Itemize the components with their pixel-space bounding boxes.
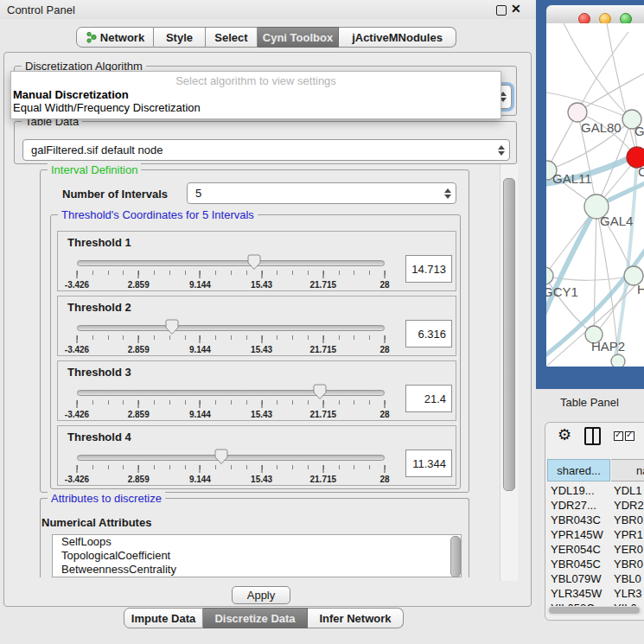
tab-discretize-data[interactable]: Discretize Data [203, 608, 308, 628]
tick-label: 2.859 [128, 475, 150, 484]
tab-infer-network[interactable]: Infer Network [308, 608, 404, 628]
tab-impute-data[interactable]: Impute Data [124, 608, 203, 628]
table-cell[interactable]: YBR043C [551, 513, 601, 527]
numerical-attributes-list[interactable]: SelfLoops TopologicalCoefficient Between… [52, 534, 462, 577]
tab-style[interactable]: Style [154, 27, 206, 48]
table-cell[interactable]: YBR045C [551, 557, 601, 571]
slider-track[interactable] [77, 390, 385, 396]
table-cell[interactable]: YDR27... [551, 498, 596, 513]
number-of-intervals-combobox[interactable]: 5 [187, 182, 456, 204]
node-label-gal11: GAL11 [552, 171, 592, 186]
combo-arrows-icon [498, 145, 505, 156]
combo-arrows-icon [444, 188, 451, 199]
checkbox-icon[interactable] [625, 431, 634, 441]
tab-network[interactable]: Network [76, 27, 154, 48]
network-window-titlebar[interactable] [546, 5, 644, 24]
dropdown-option-equal-width[interactable]: Equal Width/Frequency Discretization [11, 101, 501, 114]
apply-button[interactable]: Apply [232, 586, 290, 604]
threshold-1-slider[interactable]: -3.426 2.859 9.144 15.43 21.715 28 [77, 232, 385, 292]
threshold-3-value-field[interactable]: 21.4 [405, 385, 452, 412]
tick-label: 15.43 [251, 345, 272, 354]
threshold-4-slider[interactable]: -3.426 2.859 9.144 15.43 21.715 28 [77, 426, 385, 487]
list-item[interactable]: TopologicalCoefficient [53, 549, 461, 563]
node-label-partial: H [637, 282, 644, 296]
table-cell[interactable]: YBL0 [614, 571, 641, 586]
tick-label: 2.859 [128, 410, 150, 419]
node-label-gal4: GAL4 [600, 214, 633, 228]
table-cell[interactable]: YBR0 [614, 513, 643, 527]
number-of-intervals-value: 5 [195, 187, 201, 200]
table-cell[interactable]: YLR3 [614, 586, 642, 601]
tick-label: 28 [379, 280, 389, 290]
threshold-3-row: Threshold 3 -3.426 2.859 9.144 15.43 21.… [57, 360, 456, 421]
table-panel-header: Table Panel [536, 389, 644, 417]
node-label-gcy1: GCY1 [546, 284, 578, 299]
panel-scrollbar-thumb[interactable] [503, 178, 515, 491]
list-item[interactable]: SelfLoops [53, 535, 461, 549]
slider-track[interactable] [77, 325, 385, 331]
attributes-group-title: Attributes to discretize [48, 492, 165, 505]
node-label-gal80: GAL80 [581, 120, 622, 135]
table-cell[interactable]: YDR2 [614, 498, 644, 513]
network-canvas[interactable]: GAL80 GA C GAL11 GAL4 GCY1 H HAP2 [546, 23, 644, 367]
threshold-2-slider[interactable]: -3.426 2.859 9.144 15.43 21.715 28 [77, 296, 385, 357]
column-header-shared-name[interactable]: shared... [547, 459, 610, 481]
control-panel-title: Control Panel [7, 3, 75, 16]
table-cell[interactable]: YBL079W [551, 571, 602, 586]
tab-cyni-toolbox[interactable]: Cyni Toolbox [258, 27, 339, 48]
tab-infer-network-label: Infer Network [319, 612, 391, 625]
network-icon [86, 29, 97, 50]
table-data-selected-value: galFiltered.sif default node [31, 143, 163, 156]
table-hscrollbar-thumb[interactable] [549, 607, 640, 614]
table-cell[interactable]: YER054C [551, 542, 601, 557]
tick-label: 2.859 [128, 345, 150, 354]
node-gcy1[interactable] [546, 267, 553, 284]
tick-label: 9.144 [189, 410, 211, 419]
control-panel-titlebar [0, 0, 536, 19]
tab-select[interactable]: Select [206, 27, 258, 48]
table-cell[interactable]: YER0 [614, 542, 643, 557]
slider-thumb[interactable] [165, 319, 179, 335]
checkbox-icon[interactable] [614, 431, 623, 441]
tick-label: 28 [379, 345, 389, 354]
threshold-2-value-field[interactable]: 6.316 [405, 320, 452, 348]
table-cell[interactable]: YPR145W [551, 527, 603, 542]
threshold-4-row: Threshold 4 -3.426 2.859 9.144 15.43 21.… [57, 425, 456, 486]
table-data-combobox[interactable]: galFiltered.sif default node [22, 139, 510, 161]
list-item[interactable]: BetweennessCentrality [53, 563, 461, 577]
network-graph: GAL80 GA C GAL11 GAL4 GCY1 H HAP2 [546, 23, 644, 367]
table-cell[interactable]: YPR1 [614, 527, 643, 542]
table-cell[interactable]: YDL1 [614, 483, 642, 498]
gear-icon[interactable]: ⚙ [558, 425, 571, 444]
thresholds-group-title: Threshold's Coordinates for 5 Intervals [58, 208, 258, 221]
table-cell[interactable]: YDL19... [551, 483, 595, 498]
table-cell[interactable]: YLR345W [551, 586, 602, 601]
slider-thumb[interactable] [247, 254, 261, 271]
tab-network-label: Network [100, 31, 144, 44]
threshold-3-slider[interactable]: -3.426 2.859 9.144 15.43 21.715 28 [77, 361, 385, 422]
table-cell[interactable]: YBR0 [614, 557, 643, 571]
threshold-1-value-field[interactable]: 14.713 [405, 255, 452, 283]
float-window-icon[interactable] [496, 5, 507, 16]
tick-label: 28 [379, 410, 389, 419]
column-header-name[interactable]: na [611, 459, 644, 481]
slider-thumb[interactable] [313, 384, 327, 400]
close-panel-icon[interactable]: ✕ [511, 2, 521, 16]
node-bottom-partial[interactable] [611, 354, 625, 367]
dropdown-option-manual[interactable]: Manual Discretization [11, 88, 501, 101]
threshold-4-value-field[interactable]: 11.344 [405, 450, 452, 477]
node-gal80[interactable] [568, 103, 587, 122]
tick-label: 21.715 [310, 410, 337, 419]
slider-thumb[interactable] [214, 449, 228, 465]
list-scrollbar[interactable] [450, 536, 461, 577]
interval-definition-group-title: Interval Definition [48, 163, 141, 176]
tick-label: -3.426 [65, 410, 89, 419]
tab-impute-data-label: Impute Data [131, 612, 195, 625]
slider-track[interactable] [77, 455, 385, 461]
split-columns-icon[interactable] [584, 427, 601, 445]
table-panel-title: Table Panel [560, 396, 619, 409]
tab-jactivemnodules[interactable]: jActiveMNodules [339, 27, 456, 48]
numerical-attributes-label: Numerical Attributes [41, 516, 151, 529]
slider-track[interactable] [77, 260, 385, 266]
node-label-hap2: HAP2 [591, 339, 625, 354]
